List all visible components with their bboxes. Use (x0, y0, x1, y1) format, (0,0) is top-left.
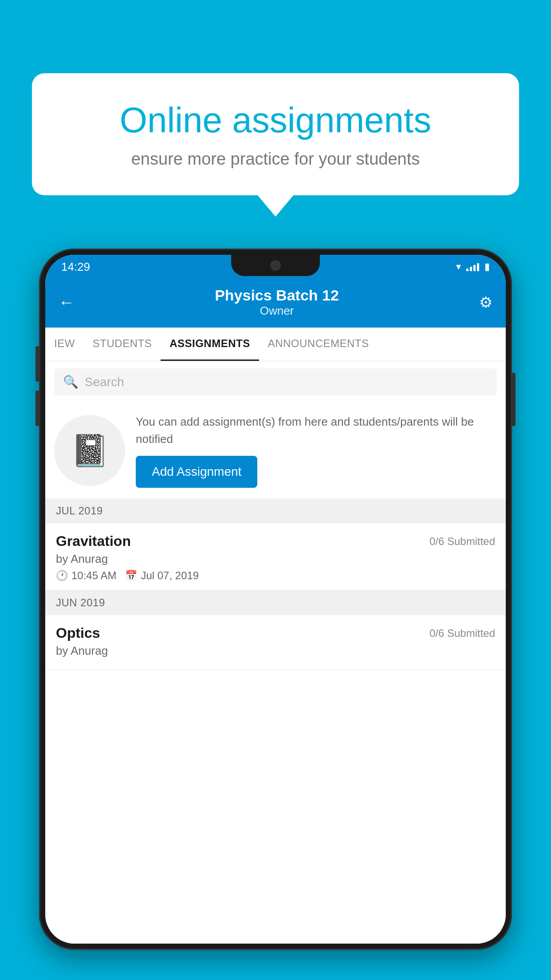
assignment-item-optics[interactable]: Optics 0/6 Submitted by Anurag (45, 615, 506, 670)
tab-announcements[interactable]: ANNOUNCEMENTS (259, 328, 378, 361)
wifi-icon: ▾ (456, 261, 461, 273)
phone-vol-up-button (35, 346, 39, 382)
screen-content: 🔍 Search 📓 You can add assignment(s) fro… (45, 361, 506, 944)
phone-container: 14:29 ▾ ▮ ← Physics Batch 12 (39, 249, 512, 980)
phone-outer: 14:29 ▾ ▮ ← Physics Batch 12 (39, 249, 512, 950)
header-title-block: Physics Batch 12 Owner (75, 287, 479, 318)
clock-icon: 🕐 (56, 570, 68, 581)
tabs-bar: IEW STUDENTS ASSIGNMENTS ANNOUNCEMENTS (45, 328, 506, 361)
assignment-by-optics: by Anurag (56, 644, 495, 658)
status-time: 14:29 (61, 260, 90, 274)
notebook-icon: 📓 (71, 432, 109, 469)
header-subtitle: Owner (75, 304, 479, 318)
promo-icon-circle: 📓 (54, 415, 125, 486)
tab-students[interactable]: STUDENTS (84, 328, 161, 361)
add-assignment-promo: 📓 You can add assignment(s) from here an… (45, 403, 506, 498)
tab-assignments[interactable]: ASSIGNMENTS (161, 328, 259, 361)
search-bar: 🔍 Search (45, 361, 506, 403)
signal-icon (466, 262, 479, 271)
section-header-jun: JUN 2019 (45, 590, 506, 615)
status-icons: ▾ ▮ (456, 261, 490, 273)
assignment-item-gravitation[interactable]: Gravitation 0/6 Submitted by Anurag 🕐 10… (45, 523, 506, 590)
promo-content: You can add assignment(s) from here and … (136, 413, 497, 488)
assignment-title-gravitation: Gravitation (56, 533, 131, 549)
assignment-row1: Gravitation 0/6 Submitted (56, 533, 495, 549)
assignment-title-optics: Optics (56, 625, 100, 641)
speech-bubble: Online assignments ensure more practice … (32, 73, 519, 195)
calendar-icon: 📅 (125, 570, 137, 581)
speech-bubble-container: Online assignments ensure more practice … (32, 73, 519, 195)
phone-screen: 14:29 ▾ ▮ ← Physics Batch 12 (45, 255, 506, 944)
search-placeholder: Search (85, 375, 124, 389)
assignment-meta-gravitation: 🕐 10:45 AM 📅 Jul 07, 2019 (56, 569, 495, 582)
phone-vol-down-button (35, 391, 39, 426)
section-header-jul: JUL 2019 (45, 498, 506, 523)
phone-notch (231, 255, 320, 276)
assignment-by-gravitation: by Anurag (56, 552, 495, 566)
header-title: Physics Batch 12 (75, 287, 479, 304)
back-button[interactable]: ← (59, 293, 75, 312)
assignment-time: 🕐 10:45 AM (56, 569, 116, 582)
bubble-title: Online assignments (63, 100, 488, 141)
promo-text: You can add assignment(s) from here and … (136, 413, 497, 448)
assignment-submitted-gravitation: 0/6 Submitted (429, 535, 495, 548)
battery-icon: ▮ (484, 261, 490, 273)
search-input-wrap[interactable]: 🔍 Search (54, 368, 497, 395)
phone-power-button (512, 373, 516, 426)
search-icon: 🔍 (63, 375, 79, 389)
tab-iew[interactable]: IEW (45, 328, 84, 361)
assignment-date: 📅 Jul 07, 2019 (125, 569, 199, 582)
assignment-row1-optics: Optics 0/6 Submitted (56, 625, 495, 641)
add-assignment-button[interactable]: Add Assignment (136, 456, 257, 488)
settings-button[interactable]: ⚙ (479, 293, 492, 311)
bubble-subtitle: ensure more practice for your students (63, 150, 488, 169)
phone-camera (270, 260, 281, 271)
app-header: ← Physics Batch 12 Owner ⚙ (45, 279, 506, 328)
assignment-submitted-optics: 0/6 Submitted (429, 627, 495, 640)
